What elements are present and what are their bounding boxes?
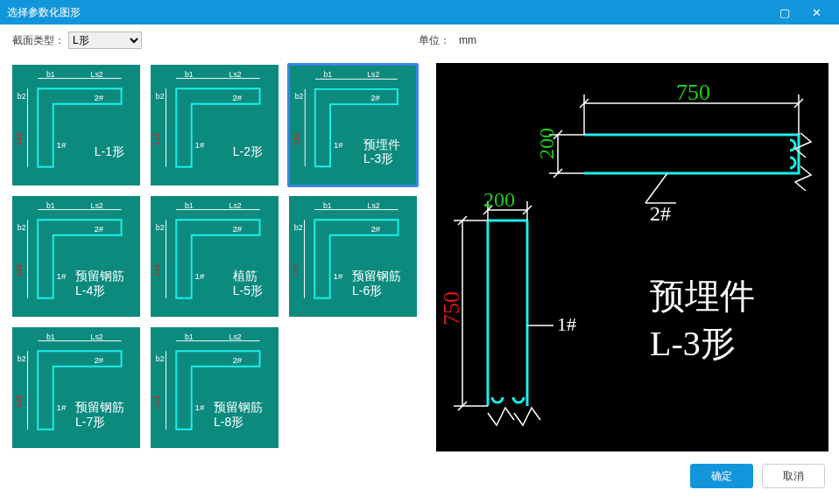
thumbnail-8[interactable]: b1 Ls2 b2 Ls1 2# 1# 预留钢筋L-8形 [149,326,280,450]
svg-text:1#: 1# [57,271,67,281]
svg-text:2#: 2# [94,355,103,365]
svg-text:Ls2: Ls2 [229,332,242,341]
svg-text:1#: 1# [195,402,205,412]
tag1: 1# [557,313,576,335]
svg-line-93 [645,173,667,203]
section-type-select[interactable]: L形 [68,32,142,49]
minimize-icon[interactable]: ▢ [769,0,800,24]
titlebar: 选择参数化图形 ▢ ✕ [0,0,839,24]
svg-text:1#: 1# [195,271,205,281]
window-title: 选择参数化图形 [7,5,769,20]
svg-text:Ls1: Ls1 [152,395,161,407]
section-type-label: 截面类型： [12,33,65,48]
svg-text:b2: b2 [156,354,165,363]
svg-text:Ls2: Ls2 [367,70,379,79]
svg-text:2#: 2# [232,355,242,365]
svg-text:b2: b2 [295,92,304,101]
svg-text:1#: 1# [195,140,205,150]
svg-text:b1: b1 [46,201,55,210]
preview-title-1: 预埋件 [650,276,755,316]
svg-text:Ls2: Ls2 [91,332,103,341]
svg-text:b1: b1 [185,332,194,341]
thumbnail-2[interactable]: b1 Ls2 b2 Ls1 2# 1# L-2形 [149,63,280,187]
dim-left-short: 200 [483,188,515,211]
svg-text:b1: b1 [185,201,194,210]
thumbnail-label: L-2形 [233,144,263,159]
svg-text:b2: b2 [18,223,26,232]
svg-text:Ls1: Ls1 [152,132,161,144]
thumbnail-label: L-1形 [95,144,124,159]
thumbnail-7[interactable]: b1 Ls2 b2 Ls1 2# 1# 预留钢筋L-7形 [11,326,142,450]
svg-text:1#: 1# [334,271,343,281]
thumbnail-5[interactable]: b1 Ls2 b2 Ls1 2# 1# 植筋L-5形 [149,194,280,318]
svg-text:Ls2: Ls2 [368,201,380,210]
footer: 确定 取消 [0,458,839,494]
svg-text:b2: b2 [18,92,26,101]
thumbnail-grid: b1 Ls2 b2 Ls1 2# 1# L-1形 b1 Ls2 b2 Ls1 2… [11,63,427,450]
preview-panel: 750 200 200 750 1# 2# 预埋件 L-3形 [436,63,828,452]
svg-text:b1: b1 [46,70,55,79]
thumbnail-label: 预留钢筋L-6形 [352,269,401,298]
svg-text:Ls1: Ls1 [291,263,300,276]
svg-text:1#: 1# [57,140,67,150]
thumbnail-4[interactable]: b1 Ls2 b2 Ls1 2# 1# 预留钢筋L-4形 [11,194,142,318]
svg-text:Ls2: Ls2 [91,201,103,210]
svg-text:Ls1: Ls1 [152,263,161,276]
thumbnail-label: 预留钢筋L-8形 [214,400,263,430]
svg-text:b1: b1 [185,70,194,79]
unit-value: mm [459,34,476,46]
svg-text:b1: b1 [46,332,55,341]
thumbnail-label: 预留钢筋L-7形 [75,400,124,430]
dim-left: 750 [439,291,464,326]
thumbnail-3[interactable]: b1 Ls2 b2 Ls1 2# 1# 预埋件L-3形 [287,63,419,187]
svg-text:b1: b1 [323,70,332,79]
svg-text:b2: b2 [156,92,165,101]
ok-button[interactable]: 确定 [690,464,753,488]
svg-text:b2: b2 [18,354,26,363]
svg-text:2#: 2# [370,224,380,234]
svg-text:b2: b2 [294,223,303,232]
svg-text:Ls1: Ls1 [292,132,300,144]
svg-text:2#: 2# [370,93,380,102]
svg-text:Ls2: Ls2 [229,201,242,210]
svg-text:Ls1: Ls1 [14,263,23,276]
svg-text:Ls2: Ls2 [229,70,242,79]
toolbar: 截面类型： L形 单位： mm [0,24,839,56]
preview-drawing: 750 200 200 750 1# 2# 预埋件 L-3形 [436,63,828,452]
svg-text:Ls2: Ls2 [91,70,103,79]
cancel-button[interactable]: 取消 [762,464,825,488]
tag2: 2# [650,202,671,225]
unit-label: 单位： [419,34,450,46]
unit-block: 单位： mm [419,33,476,48]
svg-text:Ls1: Ls1 [14,132,23,144]
main-area: b1 Ls2 b2 Ls1 2# 1# L-1形 b1 Ls2 b2 Ls1 2… [0,56,839,458]
svg-text:2#: 2# [232,224,242,234]
thumbnail-label: 预埋件L-3形 [363,137,400,167]
preview-title-2: L-3形 [650,324,736,363]
svg-text:b2: b2 [156,223,165,232]
svg-text:2#: 2# [232,93,242,102]
thumbnail-label: 预留钢筋L-4形 [75,269,124,298]
thumbnail-label: 植筋L-5形 [233,269,263,298]
svg-text:1#: 1# [334,140,343,150]
svg-text:1#: 1# [57,402,67,412]
svg-text:2#: 2# [94,224,103,234]
dim-top-short: 200 [535,128,558,159]
svg-text:Ls1: Ls1 [14,395,23,407]
svg-text:2#: 2# [94,93,103,102]
thumbnail-grid-wrap: b1 Ls2 b2 Ls1 2# 1# L-1形 b1 Ls2 b2 Ls1 2… [11,63,427,452]
svg-text:b1: b1 [323,201,332,210]
thumbnail-1[interactable]: b1 Ls2 b2 Ls1 2# 1# L-1形 [11,63,142,187]
thumbnail-6[interactable]: b1 Ls2 b2 Ls1 2# 1# 预留钢筋L-6形 [287,194,419,318]
close-icon[interactable]: ✕ [800,0,832,24]
dim-top: 750 [676,80,710,105]
